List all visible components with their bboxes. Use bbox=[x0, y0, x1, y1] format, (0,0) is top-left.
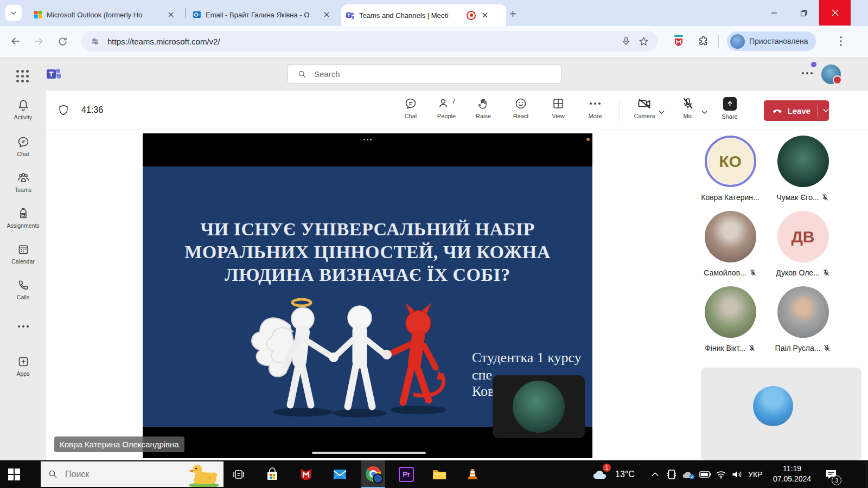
participant-tile[interactable]: Паіл Русла... bbox=[767, 286, 839, 353]
browser-tab-strip: Microsoft Outlook (formerly Ho Email - В… bbox=[0, 0, 868, 26]
tray-language-indicator[interactable]: УКР bbox=[748, 470, 762, 479]
taskbar-search-box[interactable] bbox=[41, 461, 224, 487]
tray-wifi-icon[interactable] bbox=[712, 460, 730, 488]
tab-close-button[interactable] bbox=[480, 10, 490, 20]
tab-email[interactable]: Email - Врайт Галина Яківна - O bbox=[188, 4, 347, 25]
sidebar-item-chat[interactable]: Chat bbox=[0, 136, 46, 157]
teams-search-bar[interactable] bbox=[288, 65, 561, 84]
meeting-share-button[interactable]: Share bbox=[713, 97, 746, 120]
forward-button[interactable] bbox=[29, 32, 48, 50]
sidebar-item-calendar[interactable]: Calendar bbox=[0, 243, 46, 265]
forward-arrow-icon bbox=[33, 36, 44, 47]
avatar-photo bbox=[705, 286, 756, 338]
voice-search-icon[interactable] bbox=[621, 36, 631, 46]
start-button[interactable] bbox=[2, 460, 26, 488]
mic-muted-icon bbox=[748, 344, 756, 352]
mic-options-chevron[interactable] bbox=[701, 107, 707, 117]
close-icon bbox=[168, 12, 174, 17]
show-desktop-button[interactable] bbox=[866, 460, 868, 488]
taskbar-item-chrome-active[interactable] bbox=[361, 460, 385, 488]
taskbar-item-vlc[interactable] bbox=[461, 460, 484, 488]
tray-phone-link-icon[interactable] bbox=[663, 460, 680, 488]
tray-weather-icon[interactable]: 1 bbox=[590, 460, 610, 488]
sidebar-item-teams[interactable]: Teams bbox=[0, 171, 46, 193]
phone-icon bbox=[17, 279, 30, 292]
meeting-mic-button[interactable]: Mic bbox=[672, 97, 704, 119]
mcafee-extension-icon[interactable] bbox=[673, 35, 685, 50]
tray-onedrive-icon[interactable] bbox=[679, 460, 698, 488]
action-center-button[interactable]: 3 bbox=[820, 460, 842, 488]
chrome-badge bbox=[373, 473, 383, 484]
shared-presentation[interactable]: ЧИ ІСНУЄ УНІВЕРСАЛЬНИЙ НАБІР МОРАЛЬНИХ Ц… bbox=[143, 133, 592, 458]
new-tab-button[interactable] bbox=[506, 7, 520, 21]
participant-tile-large[interactable] bbox=[701, 368, 861, 460]
people-icon bbox=[437, 97, 450, 110]
people-count-badge: 7 bbox=[451, 97, 455, 105]
self-view-tile[interactable] bbox=[493, 375, 585, 438]
tab-teams-active[interactable]: Teams and Channels | Meeti bbox=[341, 4, 506, 26]
site-settings-icon[interactable] bbox=[90, 36, 100, 46]
taskbar-item-file-explorer[interactable] bbox=[427, 460, 451, 488]
url-text[interactable]: https://teams.microsoft.com/v2/ bbox=[107, 37, 621, 46]
tray-time: 11:19 bbox=[766, 464, 818, 474]
participant-tile[interactable]: КО Ковра Катерин... bbox=[694, 136, 767, 202]
extensions-puzzle-icon[interactable] bbox=[698, 35, 709, 49]
tab-outlook-home[interactable]: Microsoft Outlook (formerly Ho bbox=[29, 4, 191, 25]
tray-volume-icon[interactable] bbox=[728, 460, 745, 488]
participant-tile[interactable]: ДВ Дуков Оле... bbox=[767, 211, 839, 278]
tray-clock[interactable]: 11:19 07.05.2024 bbox=[766, 464, 818, 484]
taskbar-item-mcafee[interactable] bbox=[294, 460, 318, 488]
sidebar-item-apps[interactable]: Apps bbox=[0, 355, 46, 377]
taskbar-search-input[interactable] bbox=[64, 469, 169, 480]
browser-menu-button[interactable] bbox=[833, 34, 848, 49]
meeting-raise-hand-button[interactable]: Raise bbox=[467, 97, 500, 119]
sidebar-item-calls[interactable]: Calls bbox=[0, 279, 46, 300]
camera-options-chevron[interactable] bbox=[659, 107, 665, 117]
search-highlight-duck-image bbox=[187, 462, 221, 487]
tab-close-button[interactable] bbox=[166, 10, 176, 20]
app-launcher-waffle-icon[interactable] bbox=[16, 70, 29, 82]
sidebar-item-assignments[interactable]: Assignments bbox=[0, 207, 46, 229]
meeting-view-button[interactable]: View bbox=[542, 97, 575, 119]
leave-options-chevron[interactable] bbox=[823, 108, 829, 113]
participant-tile[interactable]: Самойлов... bbox=[694, 211, 767, 278]
sidebar-item-activity[interactable]: Activity bbox=[0, 99, 46, 120]
back-button[interactable] bbox=[7, 32, 25, 50]
tray-show-hidden-icons[interactable] bbox=[646, 460, 664, 488]
window-close-button[interactable] bbox=[819, 0, 851, 25]
tab-close-button[interactable] bbox=[322, 10, 331, 20]
presentation-scrollbar[interactable] bbox=[312, 452, 426, 454]
profile-chip[interactable]: Приостановлена bbox=[727, 31, 816, 51]
meeting-more-button[interactable]: More bbox=[579, 97, 611, 119]
leave-button[interactable]: Leave bbox=[764, 100, 829, 121]
participant-tile[interactable]: Фіник Вікт... bbox=[694, 286, 767, 353]
tray-battery-icon[interactable] bbox=[697, 460, 714, 488]
tray-weather-temp[interactable]: 13°C bbox=[615, 470, 635, 479]
teams-logo[interactable] bbox=[46, 66, 62, 85]
minimize-icon bbox=[771, 10, 777, 16]
taskbar-item-premiere[interactable]: Pr bbox=[394, 460, 418, 488]
task-view-button[interactable] bbox=[227, 460, 251, 488]
notification-dot bbox=[811, 62, 816, 67]
window-restore-button[interactable] bbox=[791, 1, 816, 25]
tray-date: 07.05.2024 bbox=[766, 474, 818, 484]
teams-more-options-button[interactable] bbox=[802, 72, 813, 74]
window-minimize-button[interactable] bbox=[762, 1, 787, 25]
meeting-chat-button[interactable]: Chat bbox=[394, 97, 427, 119]
teams-profile-avatar[interactable] bbox=[821, 65, 841, 84]
sidebar-more-button[interactable] bbox=[0, 325, 46, 328]
presentation-drag-handle[interactable] bbox=[363, 139, 372, 140]
meeting-people-button[interactable]: 7 People bbox=[430, 97, 463, 119]
search-input[interactable] bbox=[313, 69, 521, 79]
meeting-security-shield-icon[interactable] bbox=[58, 104, 69, 119]
address-bar[interactable]: https://teams.microsoft.com/v2/ bbox=[81, 31, 658, 52]
bookmark-star-icon[interactable] bbox=[639, 36, 649, 47]
tab-search-chevron-button[interactable] bbox=[5, 5, 22, 21]
taskbar-item-microsoft-store[interactable] bbox=[260, 460, 284, 488]
taskbar-item-mail[interactable] bbox=[328, 460, 352, 488]
meeting-camera-button[interactable]: Camera bbox=[628, 97, 661, 119]
participant-tile[interactable]: Чумак Єго... bbox=[767, 136, 839, 202]
reload-button[interactable] bbox=[53, 32, 72, 50]
tab-title: Microsoft Outlook (formerly Ho bbox=[47, 11, 162, 19]
meeting-react-button[interactable]: React bbox=[505, 97, 537, 119]
